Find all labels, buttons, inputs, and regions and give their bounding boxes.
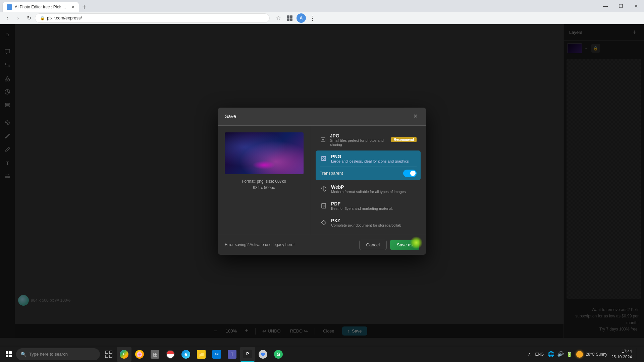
save-as-button[interactable]: Save as bbox=[390, 240, 419, 250]
svg-rect-22 bbox=[105, 355, 108, 358]
minimize-button[interactable]: — bbox=[598, 0, 613, 12]
system-tray: ∧ ENG 🌐 🔊 🔋 28°C Sunny 17:44 25-10-2024 bbox=[528, 348, 643, 360]
svg-rect-1 bbox=[290, 15, 292, 18]
svg-rect-0 bbox=[287, 15, 289, 18]
recommend-badge: Recommend bbox=[391, 137, 417, 142]
svg-rect-3 bbox=[290, 18, 292, 21]
bookmark-icon[interactable]: ☆ bbox=[274, 13, 283, 23]
network-icon[interactable]: 🌐 bbox=[548, 351, 554, 357]
teams-app[interactable]: T bbox=[225, 347, 239, 362]
modal-title: Save bbox=[225, 113, 236, 119]
jpg-desc: Small files perfect for photos and shari… bbox=[330, 138, 388, 146]
svg-rect-20 bbox=[105, 351, 108, 354]
language-indicator[interactable]: ENG bbox=[535, 352, 544, 357]
pdf-info: PDF Best for flyers and marketing materi… bbox=[331, 201, 393, 210]
svg-point-15 bbox=[323, 158, 325, 160]
pxz-name: PXZ bbox=[331, 218, 401, 223]
format-png[interactable]: PNG Large and lossless, ideal for icons … bbox=[316, 150, 421, 180]
jpg-name: JPG bbox=[330, 133, 388, 138]
datetime-display[interactable]: 17:44 25-10-2024 bbox=[611, 349, 632, 360]
pxz-desc: Complete pixlr document for storage/coll… bbox=[331, 223, 401, 227]
save-modal: Save ✕ Format: png, size: 607kb 984 x 50… bbox=[218, 108, 426, 255]
browser-tab[interactable]: AI Photo Editor free : Pixlr Expr... ✕ bbox=[3, 2, 79, 12]
edge-app[interactable]: e bbox=[178, 347, 193, 362]
png-desc: Large and lossless, ideal for icons and … bbox=[331, 159, 409, 163]
time-display: 17:44 bbox=[611, 349, 632, 354]
format-webp[interactable]: WebP Modern format suitable for all type… bbox=[316, 181, 421, 197]
pdf-icon bbox=[320, 202, 328, 210]
lock-icon: 🔒 bbox=[40, 16, 45, 20]
pdf-desc: Best for flyers and marketing material. bbox=[331, 206, 393, 210]
png-info: PNG Large and lossless, ideal for icons … bbox=[331, 154, 409, 163]
svg-rect-23 bbox=[109, 355, 112, 358]
url-text: pixlr.com/express/ bbox=[47, 15, 82, 20]
profile-icon[interactable]: A bbox=[297, 13, 306, 23]
address-bar[interactable]: 🔒 pixlr.com/express/ bbox=[35, 13, 270, 23]
transparent-row: Transparent bbox=[320, 167, 417, 177]
tab-close-icon[interactable]: ✕ bbox=[71, 5, 75, 10]
pokeball-app[interactable] bbox=[163, 347, 178, 362]
taskbar-apps: C 🌸 ▦ e 📁 ✉ T P bbox=[101, 347, 286, 362]
mail-app[interactable]: ✉ bbox=[209, 347, 224, 362]
new-tab-button[interactable]: + bbox=[79, 2, 90, 12]
jpg-info: JPG Small files perfect for photos and s… bbox=[330, 133, 388, 146]
weather-widget[interactable]: 28°C Sunny bbox=[576, 351, 607, 358]
search-placeholder: Type here to search bbox=[29, 352, 68, 357]
menu-icon[interactable]: ⋮ bbox=[308, 13, 317, 23]
refresh-button[interactable]: ↻ bbox=[24, 13, 34, 23]
green-browser-app[interactable]: G bbox=[271, 347, 286, 362]
flower-app[interactable]: 🌸 bbox=[132, 347, 147, 362]
png-icon bbox=[320, 155, 328, 163]
webp-icon bbox=[320, 185, 328, 193]
transparent-toggle[interactable] bbox=[403, 170, 417, 177]
taskbar: 🔍 Type here to search C 🌸 ▦ e 📁 bbox=[0, 346, 644, 362]
hidden-icons-button[interactable]: ∧ bbox=[528, 352, 531, 357]
taskmanager-app[interactable]: ▦ bbox=[148, 347, 162, 362]
chrome-app[interactable] bbox=[256, 347, 270, 362]
pixlr-app[interactable]: P bbox=[240, 347, 255, 362]
webp-name: WebP bbox=[331, 184, 406, 190]
preview-image bbox=[225, 132, 304, 174]
preview-format: Format: png, size: 607kb 984 x 500px bbox=[242, 178, 286, 191]
modal-overlay: Save ✕ Format: png, size: 607kb 984 x 50… bbox=[0, 24, 644, 338]
modal-header: Save ✕ bbox=[218, 108, 426, 126]
weather-text: 28°C Sunny bbox=[586, 352, 607, 357]
files-app[interactable]: 📁 bbox=[194, 347, 209, 362]
date-display: 25-10-2024 bbox=[611, 354, 632, 360]
extensions-icon[interactable] bbox=[285, 13, 294, 23]
tab-favicon bbox=[7, 4, 12, 10]
webp-desc: Modern format suitable for all types of … bbox=[331, 190, 406, 194]
maximize-button[interactable]: ❐ bbox=[613, 0, 629, 12]
save-as-label: Save as bbox=[397, 242, 413, 247]
volume-icon[interactable]: 🔊 bbox=[557, 351, 564, 357]
jpg-icon bbox=[320, 136, 327, 144]
webp-info: WebP Modern format suitable for all type… bbox=[331, 184, 406, 194]
pxz-info: PXZ Complete pixlr document for storage/… bbox=[331, 218, 401, 227]
back-button[interactable]: ‹ bbox=[3, 13, 12, 23]
browser-taskbar-app[interactable]: C bbox=[117, 347, 131, 362]
modal-footer: Error saving? Activate use legacy here! … bbox=[218, 235, 426, 255]
pdf-name: PDF bbox=[331, 201, 393, 206]
start-button[interactable] bbox=[1, 347, 16, 362]
close-window-button[interactable]: ✕ bbox=[629, 0, 644, 12]
png-name: PNG bbox=[331, 154, 409, 159]
error-link[interactable]: Error saving? Activate use legacy here! bbox=[225, 242, 294, 247]
modal-body: Format: png, size: 607kb 984 x 500px JPG bbox=[218, 126, 426, 235]
taskbar-search[interactable]: 🔍 Type here to search bbox=[16, 348, 100, 360]
search-icon: 🔍 bbox=[21, 352, 26, 357]
sun-icon bbox=[576, 351, 583, 358]
cancel-button[interactable]: Cancel bbox=[359, 240, 387, 250]
forward-button[interactable]: › bbox=[13, 13, 23, 23]
format-jpg[interactable]: JPG Small files perfect for photos and s… bbox=[316, 130, 421, 150]
battery-icon[interactable]: 🔋 bbox=[567, 352, 572, 357]
modal-close-button[interactable]: ✕ bbox=[411, 112, 419, 120]
sys-icons-group: 🌐 🔊 🔋 bbox=[548, 351, 572, 357]
format-pxz[interactable]: PXZ Complete pixlr document for storage/… bbox=[316, 215, 421, 231]
format-pdf[interactable]: PDF Best for flyers and marketing materi… bbox=[316, 198, 421, 214]
task-view-button[interactable] bbox=[101, 347, 116, 362]
format-options: JPG Small files perfect for photos and s… bbox=[310, 126, 426, 235]
pxz-icon bbox=[320, 219, 328, 227]
svg-rect-21 bbox=[109, 351, 112, 354]
preview-panel: Format: png, size: 607kb 984 x 500px bbox=[218, 126, 310, 235]
show-desktop-button[interactable] bbox=[636, 348, 639, 360]
